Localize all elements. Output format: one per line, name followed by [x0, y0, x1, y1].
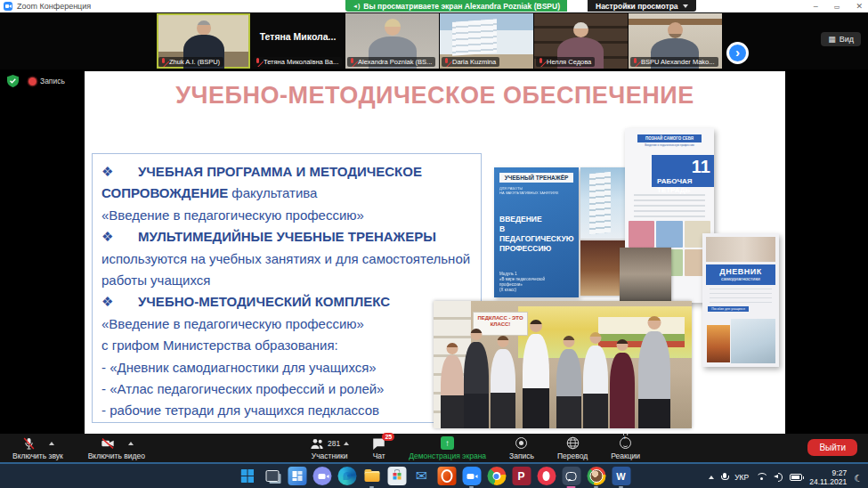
- student-figure: [638, 316, 670, 428]
- video-strip: Zhuk A.I. (BSPU) Тетяна Микола... Тетяна…: [0, 12, 868, 69]
- clock[interactable]: 9:27 24.11.2021: [809, 468, 847, 486]
- student-figure: [610, 339, 635, 428]
- word-icon[interactable]: [612, 467, 630, 485]
- interpretation-button[interactable]: Перевод: [557, 434, 588, 462]
- close-button[interactable]: [856, 0, 863, 12]
- slide-text-line: - «Атлас педагогических профессий и роле…: [101, 378, 481, 400]
- start-video-button[interactable]: Включить видео: [88, 434, 145, 462]
- minimize-button[interactable]: [814, 0, 818, 12]
- mic-muted-icon: [21, 436, 37, 451]
- participant-tile-tetyana[interactable]: Тетяна Микола... Тетяна Миколаївна Ва...: [251, 13, 345, 69]
- chat-button[interactable]: 25 Чат: [372, 434, 385, 462]
- share-screen-button[interactable]: Демонстрация экрана: [409, 434, 486, 462]
- book-header: ПОЗНАЙ САМОГО СЕБЯ: [637, 134, 702, 142]
- participant-name-label: Тетяна Миколаївна Ва...: [253, 57, 342, 67]
- book-tag: УЧЕБНЫЙ ТРЕНАЖЁР: [499, 173, 573, 183]
- task-view-icon[interactable]: [263, 467, 281, 485]
- book-subheader: Введение в педагогическую профессию: [637, 143, 702, 147]
- view-button[interactable]: Вид: [821, 32, 861, 46]
- slide-text-line: используются на учебных занятиях и для с…: [101, 248, 481, 270]
- focus-assist-moon-icon[interactable]: [854, 469, 863, 485]
- window-title: Zoom Конференция: [17, 2, 91, 11]
- reactions-button[interactable]: Реакции: [611, 434, 640, 462]
- cover-photo-sunset: [707, 325, 730, 362]
- participant-tile-makovchik[interactable]: BSPU Alexander Mako...: [629, 13, 722, 69]
- wifi-icon[interactable]: [756, 473, 767, 481]
- unmute-button[interactable]: Включить звук: [12, 434, 63, 462]
- language-indicator[interactable]: УКР: [734, 473, 749, 482]
- slide-title: УЧЕБНО-МЕТОДИЧЕСКОЕ ОБЕСПЕЧЕНИЕ: [85, 82, 785, 110]
- student-figure: [441, 343, 464, 428]
- mic-muted-icon: [255, 58, 261, 66]
- tray-mic-icon[interactable]: [721, 473, 727, 482]
- office-icon[interactable]: [437, 467, 456, 485]
- mail-icon[interactable]: [412, 467, 431, 485]
- participant-tile-nellya[interactable]: Нелля Седова: [534, 13, 628, 69]
- chrome-icon[interactable]: [487, 467, 506, 485]
- view-settings-label: Настройки просмотра: [596, 2, 678, 11]
- time-label: 9:27: [809, 468, 847, 477]
- reactions-smiley-icon: [620, 437, 631, 449]
- cover-photo-strip: [706, 237, 775, 262]
- tray-overflow-chevron-icon[interactable]: [709, 476, 714, 479]
- participant-tile-alexandra[interactable]: Alexandra Pozniak (BS...: [345, 13, 439, 69]
- book-title: ВВЕДЕНИЕ В ПЕДАГОГИЧЕСКУЮ ПРОФЕССИЮ: [499, 215, 573, 254]
- teams-chat-icon[interactable]: [312, 467, 331, 485]
- edge-browser-icon[interactable]: [337, 467, 356, 485]
- security-shield-icon[interactable]: [7, 75, 19, 87]
- microsoft-store-icon[interactable]: [387, 467, 406, 485]
- volume-icon[interactable]: [774, 473, 783, 481]
- battery-icon[interactable]: [790, 474, 802, 481]
- slide-text-line: «Введение в педагогическую профессию»: [101, 205, 481, 226]
- mic-muted-icon: [443, 58, 450, 66]
- participants-icon: [310, 437, 324, 450]
- participant-name-label: Daria Kuzmina: [442, 57, 499, 67]
- participant-tile-zhuk[interactable]: Zhuk A.I. (BSPU): [157, 13, 250, 69]
- window-controls: [814, 0, 863, 12]
- zoom-taskbar-icon[interactable]: [462, 467, 481, 485]
- file-explorer-icon[interactable]: [362, 467, 381, 485]
- slide-text-line: ❖УЧЕБНО-МЕТОДИЧЕСКИЙ КОМПЛЕКС: [101, 291, 481, 313]
- recording-indicator: Запись: [7, 75, 65, 87]
- mic-muted-icon: [349, 58, 355, 66]
- next-participants-button[interactable]: [726, 42, 749, 64]
- windows-taskbar: УКР 9:27 24.11.2021: [0, 462, 868, 488]
- leave-meeting-button[interactable]: Выйти: [807, 439, 857, 456]
- widgets-icon[interactable]: [288, 467, 306, 485]
- chevron-up-icon[interactable]: [344, 442, 349, 445]
- system-tray: УКР 9:27 24.11.2021: [709, 464, 863, 488]
- participant-name-label: Нелля Седова: [536, 57, 595, 67]
- chat-unread-badge: 25: [382, 433, 394, 441]
- recording-status: Запись: [28, 77, 65, 85]
- student-figure: [464, 329, 489, 428]
- photo-university-building: [580, 167, 627, 239]
- presentation-slide: УЧЕБНО-МЕТОДИЧЕСКОЕ ОБЕСПЕЧЕНИЕ ❖УЧЕБНАЯ…: [85, 71, 785, 434]
- date-label: 24.11.2021: [809, 477, 847, 486]
- zoom-meeting-window: Zoom Конференция Вы просматриваете экран…: [0, 0, 868, 488]
- photo-students-event: [620, 248, 671, 301]
- maximize-button[interactable]: [834, 0, 840, 13]
- chevron-down-icon: [683, 4, 688, 8]
- opera-icon[interactable]: [537, 467, 556, 485]
- student-figure: [556, 336, 581, 428]
- book-cover-diary: ДНЕВНИК самодиагностики Пособие для учащ…: [702, 233, 779, 367]
- participants-button[interactable]: 281 Участники: [310, 434, 349, 462]
- student-figure: [491, 336, 515, 428]
- slide-text-line: - рабочие тетради для учащихся педклассо…: [101, 400, 481, 421]
- start-button-icon[interactable]: [238, 467, 256, 485]
- participant-tile-daria[interactable]: Daria Kuzmina: [440, 13, 533, 69]
- view-settings-dropdown[interactable]: Настройки просмотра: [588, 0, 696, 12]
- cover-photo-girl: [731, 319, 775, 363]
- student-figure: [583, 332, 608, 428]
- workbook-title-box: 11 РАБОЧАЯТЕТРАДЬ: [652, 155, 714, 187]
- viber-icon[interactable]: [562, 467, 580, 485]
- chrome-profile-icon[interactable]: [587, 467, 605, 485]
- chevron-up-icon[interactable]: [128, 442, 134, 445]
- share-screen-icon: [441, 436, 454, 450]
- cover-lines: [710, 289, 772, 305]
- globe-icon: [566, 436, 580, 450]
- p-app-icon[interactable]: [512, 467, 531, 485]
- book-cover-trainer: УЧЕБНЫЙ ТРЕНАЖЁР ДЛЯ РАБОТЫ НА ФАКУЛЬТАТ…: [494, 167, 579, 297]
- record-button[interactable]: Запись: [509, 434, 534, 462]
- chevron-up-icon[interactable]: [49, 442, 54, 445]
